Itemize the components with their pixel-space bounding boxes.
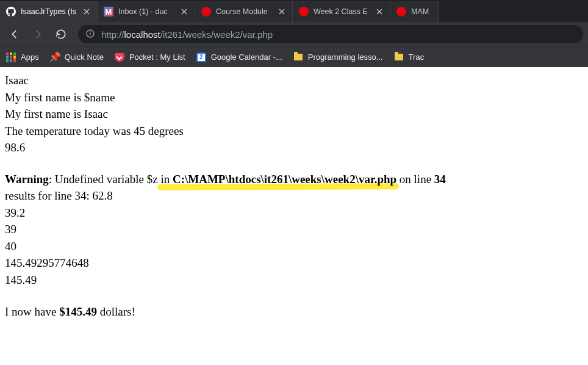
output-line: My first name is $name [5,89,583,106]
tab-strip: IsaacJrTypes (Is M Inbox (1) - duc Cours… [0,0,588,22]
output-line: My first name is Isaac [5,106,583,123]
folder-icon [293,52,303,62]
toolbar: http://localhost/it261/weeks/week2/var.p… [0,22,588,46]
warning-label: Warning [5,173,49,186]
gmail-icon: M [104,7,113,16]
bookmark-quick-note[interactable]: 📌 Quick Note [50,52,104,62]
back-button[interactable] [5,24,24,44]
tab-title: Inbox (1) - duc [118,7,175,16]
tab-github[interactable]: IsaacJrTypes (Is [0,1,98,22]
tab-title: Course Module [216,7,273,16]
warning-line: Warning: Undefined variable $z in C:\MAM… [5,171,583,188]
bookmark-label: Programming lesso... [308,52,383,62]
info-icon[interactable] [85,29,95,40]
bookmark-label: Google Calendar -... [211,52,282,62]
warning-path: C:\MAMP\htdocs\it261\weeks\week2\var.php [173,173,396,186]
tab-title: MAM [411,7,432,16]
close-icon[interactable] [180,7,188,16]
output-line: 39 [5,221,583,238]
output-line: results for line 34: 62.8 [5,187,583,204]
warning-lineno: 34 [434,173,446,186]
pin-icon: 📌 [50,52,60,62]
tab-title: Week 2 Class E [314,7,370,16]
dollar-amount: $145.49 [59,305,97,318]
output-line: 98.6 [5,139,583,156]
github-icon [6,7,16,16]
pocket-icon [115,52,124,62]
bookmark-google-calendar[interactable]: 2 Google Calendar -... [196,52,282,62]
blank-line [5,156,583,171]
tab-mamp[interactable]: MAM [390,1,439,22]
output-line: I now have $145.49 dollars! [5,303,583,320]
canvas-icon [396,7,406,16]
bookmark-label: Pocket : My List [129,52,185,62]
tab-title: IsaacJrTypes (Is [21,7,77,16]
tab-gmail[interactable]: M Inbox (1) - duc [98,1,195,22]
output-line: The temperature today was 45 degrees [5,123,583,140]
bookmark-pocket[interactable]: Pocket : My List [115,52,185,62]
calendar-icon: 2 [196,52,206,62]
blank-line [5,289,583,303]
bookmark-programming[interactable]: Programming lesso... [293,52,383,62]
bookmark-apps[interactable]: Apps [6,52,39,62]
bookmarks-bar: Apps 📌 Quick Note Pocket : My List 2 Goo… [0,46,588,67]
bookmark-label: Trac [409,52,425,62]
output-line: Isaac [5,72,583,89]
apps-icon [6,52,16,62]
reload-button[interactable] [51,24,71,44]
bookmark-trac[interactable]: Trac [394,52,425,62]
output-line: 39.2 [5,204,583,222]
svg-point-10 [90,32,91,32]
bookmark-label: Quick Note [65,52,104,62]
address-bar[interactable]: http://localhost/it261/weeks/week2/var.p… [78,25,583,43]
canvas-icon [201,7,211,16]
close-icon[interactable] [82,7,91,16]
output-line: 145.49 [5,272,583,289]
forward-button[interactable] [28,24,48,44]
close-icon[interactable] [375,7,384,16]
bookmark-label: Apps [21,52,39,62]
tab-course-module[interactable]: Course Module [195,1,293,22]
output-line: 40 [5,238,583,255]
tab-week2[interactable]: Week 2 Class E [293,1,390,22]
folder-icon [394,52,404,62]
close-icon[interactable] [278,7,286,16]
canvas-icon [299,7,309,16]
page-content: Isaac My first name is $name My first na… [0,67,588,325]
url-text: http://localhost/it261/weeks/week2/var.p… [101,29,273,40]
output-line: 145.49295774648 [5,255,583,272]
